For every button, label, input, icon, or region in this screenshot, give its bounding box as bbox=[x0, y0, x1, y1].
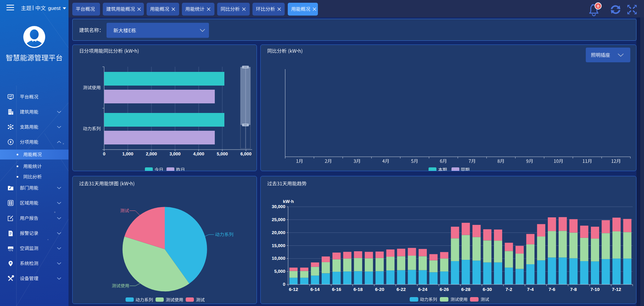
svg-text:0: 0 bbox=[597, 4, 599, 8]
svg-text:7-12: 7-12 bbox=[612, 287, 621, 292]
svg-text:7-8: 7-8 bbox=[570, 287, 577, 292]
svg-text:6-24: 6-24 bbox=[418, 287, 428, 292]
svg-text:25,000: 25,000 bbox=[272, 217, 285, 222]
svg-text:6-28: 6-28 bbox=[461, 287, 471, 292]
svg-text:15,000: 15,000 bbox=[272, 243, 285, 248]
svg-text:7-2: 7-2 bbox=[506, 287, 512, 292]
svg-text:3,000: 3,000 bbox=[170, 151, 181, 156]
svg-text:5,000: 5,000 bbox=[217, 151, 228, 156]
svg-text:6-26: 6-26 bbox=[439, 287, 449, 292]
svg-text:2,000: 2,000 bbox=[146, 151, 157, 156]
svg-text:7-4: 7-4 bbox=[527, 287, 534, 292]
svg-text:7-6: 7-6 bbox=[548, 287, 555, 292]
svg-text:7-10: 7-10 bbox=[590, 287, 599, 292]
svg-text:0: 0 bbox=[103, 151, 105, 156]
svg-text:6-16: 6-16 bbox=[332, 287, 342, 292]
svg-text:20,000: 20,000 bbox=[272, 230, 285, 235]
svg-text:6-20: 6-20 bbox=[375, 287, 384, 292]
svg-text:6-14: 6-14 bbox=[310, 287, 320, 292]
svg-text:6-18: 6-18 bbox=[354, 287, 363, 292]
svg-text:4,000: 4,000 bbox=[193, 151, 205, 156]
svg-text:6-12: 6-12 bbox=[289, 287, 298, 292]
svg-text:kW·h: kW·h bbox=[283, 199, 294, 204]
svg-text:0: 0 bbox=[283, 282, 285, 287]
svg-text:6-22: 6-22 bbox=[397, 287, 406, 292]
svg-text:30,000: 30,000 bbox=[272, 204, 285, 209]
svg-text:5,000: 5,000 bbox=[274, 269, 285, 274]
svg-text:1,000: 1,000 bbox=[122, 151, 134, 156]
svg-text:6,000: 6,000 bbox=[240, 151, 252, 156]
svg-text:10,000: 10,000 bbox=[272, 256, 285, 261]
svg-text:6-30: 6-30 bbox=[483, 287, 492, 292]
